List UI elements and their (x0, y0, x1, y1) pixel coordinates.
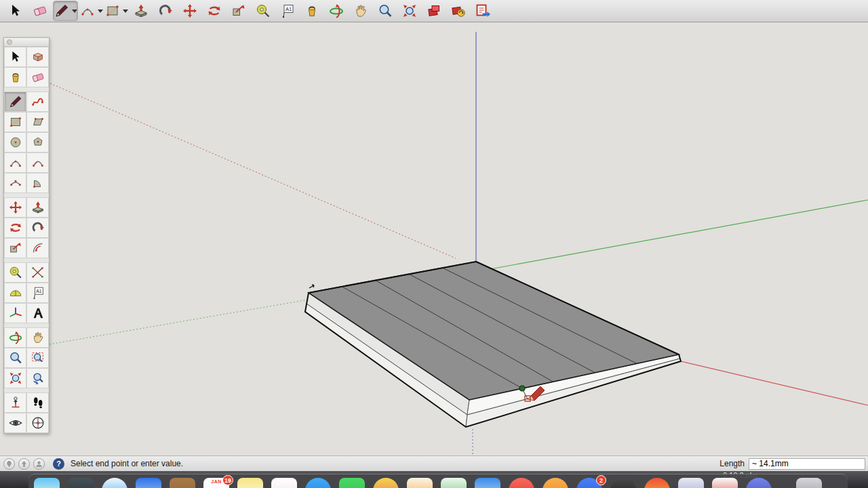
palette-close-button[interactable] (7, 39, 12, 45)
toolbar-eraser-button[interactable] (28, 1, 52, 21)
toolbar-select-button[interactable] (4, 1, 27, 21)
sign-in-icon[interactable] (33, 458, 45, 470)
palette-look-around-button[interactable] (4, 413, 26, 433)
palette-zoom-window-button[interactable] (26, 348, 49, 368)
palette-push-pull-button[interactable] (26, 197, 49, 218)
dock-photos-flower-icon[interactable] (373, 478, 399, 488)
palette-eraser-button[interactable] (26, 67, 49, 87)
toolbar-paint-bucket-button[interactable] (300, 1, 323, 21)
dock-trash-icon[interactable] (796, 478, 822, 488)
toolbar-send-to-layout-button[interactable] (471, 1, 494, 21)
toolbar-share-model-button[interactable] (447, 1, 470, 21)
toolbar-rotate-button[interactable] (203, 1, 226, 21)
eraser-icon (32, 3, 48, 19)
palette-circle-button[interactable] (4, 132, 26, 152)
board-model[interactable] (305, 262, 681, 427)
palette-axes-button[interactable] (4, 303, 26, 323)
dock-finder-icon[interactable] (34, 478, 60, 488)
dock-app-store-icon[interactable]: 2 (576, 478, 602, 488)
dock-virtualbox-icon[interactable] (678, 478, 704, 488)
palette-rectangle-button[interactable] (4, 112, 26, 132)
palette-pan-button[interactable] (26, 327, 49, 348)
toolbar-tape-measure-button[interactable] (252, 1, 275, 21)
dropdown-caret-icon[interactable] (72, 9, 77, 13)
palette-freehand-button[interactable] (26, 92, 49, 112)
toolbar-get-models-button[interactable] (422, 1, 446, 21)
toolbar-zoom-button[interactable] (374, 1, 397, 21)
palette-walk-button[interactable] (26, 392, 49, 413)
palette-orbit-button[interactable] (4, 327, 26, 348)
measurement-input[interactable] (749, 458, 865, 470)
dock-chrome-icon[interactable] (644, 478, 670, 488)
dock-mail-icon[interactable] (136, 478, 161, 488)
palette-dimension-button[interactable] (26, 262, 49, 283)
dock-blue-sphere-app-icon[interactable] (746, 478, 772, 488)
palette-row: A1 (4, 283, 49, 303)
help-icon[interactable]: ? (53, 458, 64, 470)
palette-protractor-button[interactable] (4, 283, 26, 303)
dock-photo-booth-icon[interactable] (610, 478, 636, 488)
dock-notes-icon[interactable] (237, 478, 263, 488)
dock-safari-icon[interactable] (102, 478, 127, 488)
palette-polygon-button[interactable] (26, 132, 49, 152)
palette-text-button[interactable]: A1 (26, 283, 49, 303)
geolocation-icon[interactable] (3, 458, 15, 470)
toolbar-arc-button[interactable] (79, 1, 103, 21)
palette-paint-bucket-button[interactable] (4, 67, 26, 87)
notification-badge: 19 (222, 475, 233, 485)
palette-arc-button[interactable] (4, 152, 26, 173)
toolbar-follow-me-button[interactable] (154, 1, 177, 21)
dock-pages-icon[interactable] (407, 478, 433, 488)
palette-select-button[interactable] (4, 47, 26, 67)
dock-calendar-icon[interactable]: JAN19 (203, 478, 229, 488)
dock-messages-icon[interactable] (305, 478, 331, 488)
dock-numbers-icon[interactable] (441, 478, 467, 488)
palette-pie-button[interactable] (26, 173, 49, 193)
toolbar-push-pull-button[interactable] (130, 1, 153, 21)
palette-zoom-previous-button[interactable] (26, 368, 49, 388)
palette-offset-button[interactable] (26, 238, 49, 258)
dock-sketchup-icon[interactable] (712, 478, 738, 488)
dropdown-caret-icon[interactable] (123, 9, 128, 13)
dropdown-caret-icon[interactable] (98, 9, 103, 13)
palette-line-button[interactable] (4, 92, 26, 112)
palette-two-point-arc-button[interactable] (26, 152, 49, 173)
palette-titlebar[interactable] (4, 38, 49, 47)
follow-me-icon (157, 3, 174, 19)
toolbar-orbit-button[interactable] (325, 1, 348, 21)
viewport-3d[interactable]: A1 (0, 22, 868, 455)
axis-red (681, 361, 868, 405)
palette-rotate-button[interactable] (4, 218, 26, 238)
toolbar-rectangle-button[interactable] (104, 1, 128, 21)
palette-3d-text-button[interactable] (26, 303, 49, 323)
palette-section-plane-button[interactable] (26, 413, 49, 433)
dock-orange-circle-app-icon[interactable] (542, 478, 568, 488)
select-icon (8, 49, 23, 64)
toolbar-zoom-extents-button[interactable] (398, 1, 421, 21)
toolbar-scale-button[interactable] (227, 1, 250, 21)
toolbar-text-button[interactable]: A1 (276, 1, 299, 21)
palette-zoom-button[interactable] (4, 348, 26, 368)
palette-zoom-extents-button[interactable] (4, 368, 26, 388)
scale-icon (231, 3, 247, 19)
drawing-canvas[interactable] (0, 22, 868, 455)
palette-scale-button[interactable] (4, 238, 26, 258)
toolbar-line-button[interactable] (53, 1, 78, 21)
line-icon (8, 94, 23, 109)
palette-rotated-rectangle-button[interactable] (26, 112, 49, 132)
palette-position-camera-button[interactable] (4, 392, 26, 413)
dock-photos-icon[interactable] (271, 478, 297, 488)
dock-keynote-icon[interactable] (475, 478, 500, 488)
toolbar-pan-button[interactable] (349, 1, 372, 21)
palette-follow-me-button[interactable] (26, 218, 49, 238)
palette-move-button[interactable] (4, 197, 26, 218)
palette-make-component-button[interactable] (26, 47, 49, 67)
dock-contacts-icon[interactable] (170, 478, 195, 488)
dock-launchpad-icon[interactable] (68, 478, 94, 488)
claim-credit-icon[interactable] (18, 458, 30, 470)
palette-three-point-arc-button[interactable] (4, 173, 26, 193)
dock-facetime-icon[interactable] (339, 478, 365, 488)
dock-red-circle-app-icon[interactable] (509, 478, 534, 488)
toolbar-move-button[interactable] (178, 1, 201, 21)
palette-tape-measure-button[interactable] (4, 262, 26, 283)
